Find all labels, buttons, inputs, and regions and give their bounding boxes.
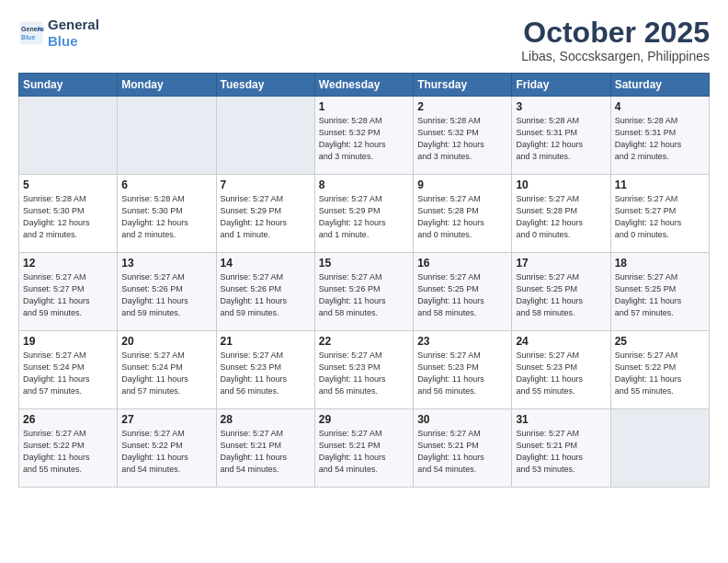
- calendar-cell: 8Sunrise: 5:27 AM Sunset: 5:29 PM Daylig…: [314, 175, 413, 253]
- page: General Blue General Blue October 2025 L…: [0, 0, 728, 563]
- cell-info: Sunrise: 5:27 AM Sunset: 5:25 PM Dayligh…: [615, 271, 705, 319]
- calendar-cell: 23Sunrise: 5:27 AM Sunset: 5:23 PM Dayli…: [414, 331, 512, 409]
- calendar-cell: 15Sunrise: 5:27 AM Sunset: 5:26 PM Dayli…: [314, 253, 413, 331]
- title-area: October 2025 Libas, Soccsksargen, Philip…: [521, 17, 710, 63]
- day-number: 23: [417, 335, 507, 348]
- day-number: 22: [319, 335, 409, 348]
- calendar-header: SundayMondayTuesdayWednesdayThursdayFrid…: [19, 74, 710, 97]
- calendar-cell: [19, 97, 118, 175]
- calendar-cell: 1Sunrise: 5:28 AM Sunset: 5:32 PM Daylig…: [314, 97, 413, 175]
- calendar-cell: 29Sunrise: 5:27 AM Sunset: 5:21 PM Dayli…: [314, 409, 413, 488]
- day-number: 17: [516, 257, 606, 270]
- cell-info: Sunrise: 5:27 AM Sunset: 5:22 PM Dayligh…: [615, 350, 705, 397]
- header-row: SundayMondayTuesdayWednesdayThursdayFrid…: [19, 74, 710, 97]
- calendar-cell: 30Sunrise: 5:27 AM Sunset: 5:21 PM Dayli…: [414, 409, 512, 488]
- svg-text:Blue: Blue: [21, 34, 35, 40]
- cell-info: Sunrise: 5:27 AM Sunset: 5:23 PM Dayligh…: [319, 350, 409, 397]
- cell-info: Sunrise: 5:27 AM Sunset: 5:29 PM Dayligh…: [319, 193, 409, 241]
- cell-info: Sunrise: 5:28 AM Sunset: 5:30 PM Dayligh…: [23, 193, 113, 241]
- calendar-cell: 22Sunrise: 5:27 AM Sunset: 5:23 PM Dayli…: [314, 331, 413, 409]
- header-cell-thursday: Thursday: [414, 74, 512, 97]
- cell-info: Sunrise: 5:27 AM Sunset: 5:21 PM Dayligh…: [516, 428, 606, 476]
- calendar-cell: 19Sunrise: 5:27 AM Sunset: 5:24 PM Dayli…: [19, 331, 118, 409]
- calendar-cell: 31Sunrise: 5:27 AM Sunset: 5:21 PM Dayli…: [512, 409, 610, 488]
- cell-info: Sunrise: 5:27 AM Sunset: 5:23 PM Dayligh…: [221, 350, 311, 397]
- svg-rect-0: [20, 22, 43, 45]
- calendar-cell: 18Sunrise: 5:27 AM Sunset: 5:25 PM Dayli…: [610, 253, 709, 331]
- day-number: 25: [615, 335, 705, 348]
- day-number: 20: [121, 335, 211, 348]
- calendar-cell: 13Sunrise: 5:27 AM Sunset: 5:26 PM Dayli…: [118, 253, 216, 331]
- day-number: 15: [319, 257, 409, 270]
- week-row-2: 12Sunrise: 5:27 AM Sunset: 5:27 PM Dayli…: [19, 253, 710, 331]
- day-number: 7: [221, 178, 311, 191]
- cell-info: Sunrise: 5:27 AM Sunset: 5:24 PM Dayligh…: [23, 350, 113, 397]
- day-number: 5: [23, 178, 113, 191]
- cell-info: Sunrise: 5:28 AM Sunset: 5:31 PM Dayligh…: [516, 115, 606, 163]
- header-cell-saturday: Saturday: [610, 74, 709, 97]
- cell-info: Sunrise: 5:27 AM Sunset: 5:26 PM Dayligh…: [319, 271, 409, 319]
- week-row-4: 26Sunrise: 5:27 AM Sunset: 5:22 PM Dayli…: [19, 409, 710, 488]
- week-row-0: 1Sunrise: 5:28 AM Sunset: 5:32 PM Daylig…: [19, 97, 710, 175]
- calendar-cell: 14Sunrise: 5:27 AM Sunset: 5:26 PM Dayli…: [216, 253, 314, 331]
- calendar-cell: 20Sunrise: 5:27 AM Sunset: 5:24 PM Dayli…: [118, 331, 216, 409]
- logo-text: General Blue: [48, 17, 99, 50]
- cell-info: Sunrise: 5:27 AM Sunset: 5:27 PM Dayligh…: [23, 271, 113, 319]
- day-number: 13: [121, 257, 211, 270]
- cell-info: Sunrise: 5:27 AM Sunset: 5:22 PM Dayligh…: [23, 428, 113, 476]
- day-number: 31: [516, 413, 606, 426]
- logo-icon: General Blue: [18, 20, 44, 46]
- day-number: 24: [516, 335, 606, 348]
- day-number: 4: [615, 100, 705, 113]
- header-cell-sunday: Sunday: [19, 74, 118, 97]
- day-number: 11: [615, 178, 705, 191]
- day-number: 29: [319, 413, 409, 426]
- day-number: 10: [516, 178, 606, 191]
- day-number: 19: [23, 335, 113, 348]
- cell-info: Sunrise: 5:27 AM Sunset: 5:23 PM Dayligh…: [417, 350, 507, 397]
- cell-info: Sunrise: 5:27 AM Sunset: 5:29 PM Dayligh…: [221, 193, 311, 241]
- calendar-cell: 3Sunrise: 5:28 AM Sunset: 5:31 PM Daylig…: [512, 97, 610, 175]
- day-number: 30: [417, 413, 507, 426]
- day-number: 27: [121, 413, 211, 426]
- calendar-cell: 25Sunrise: 5:27 AM Sunset: 5:22 PM Dayli…: [610, 331, 709, 409]
- week-row-1: 5Sunrise: 5:28 AM Sunset: 5:30 PM Daylig…: [19, 175, 710, 253]
- header-cell-monday: Monday: [118, 74, 216, 97]
- logo-line1: General: [48, 17, 99, 33]
- calendar-cell: 2Sunrise: 5:28 AM Sunset: 5:32 PM Daylig…: [414, 97, 512, 175]
- day-number: 1: [319, 100, 409, 113]
- day-number: 8: [319, 178, 409, 191]
- calendar-cell: 26Sunrise: 5:27 AM Sunset: 5:22 PM Dayli…: [19, 409, 118, 488]
- calendar-cell: 10Sunrise: 5:27 AM Sunset: 5:28 PM Dayli…: [512, 175, 610, 253]
- header-cell-friday: Friday: [512, 74, 610, 97]
- day-number: 21: [221, 335, 311, 348]
- calendar-cell: [118, 97, 216, 175]
- header: General Blue General Blue October 2025 L…: [18, 17, 710, 63]
- cell-info: Sunrise: 5:27 AM Sunset: 5:28 PM Dayligh…: [417, 193, 507, 241]
- cell-info: Sunrise: 5:27 AM Sunset: 5:24 PM Dayligh…: [121, 350, 211, 397]
- cell-info: Sunrise: 5:27 AM Sunset: 5:28 PM Dayligh…: [516, 193, 606, 241]
- cell-info: Sunrise: 5:27 AM Sunset: 5:26 PM Dayligh…: [121, 271, 211, 319]
- calendar-cell: 7Sunrise: 5:27 AM Sunset: 5:29 PM Daylig…: [216, 175, 314, 253]
- calendar-body: 1Sunrise: 5:28 AM Sunset: 5:32 PM Daylig…: [19, 97, 710, 488]
- calendar-cell: 11Sunrise: 5:27 AM Sunset: 5:27 PM Dayli…: [610, 175, 709, 253]
- location: Libas, Soccsksargen, Philippines: [521, 49, 710, 63]
- cell-info: Sunrise: 5:28 AM Sunset: 5:32 PM Dayligh…: [319, 115, 409, 163]
- day-number: 18: [615, 257, 705, 270]
- calendar-table: SundayMondayTuesdayWednesdayThursdayFrid…: [18, 73, 710, 488]
- calendar-cell: [216, 97, 314, 175]
- day-number: 2: [417, 100, 507, 113]
- cell-info: Sunrise: 5:28 AM Sunset: 5:31 PM Dayligh…: [615, 115, 705, 163]
- cell-info: Sunrise: 5:27 AM Sunset: 5:25 PM Dayligh…: [417, 271, 507, 319]
- cell-info: Sunrise: 5:27 AM Sunset: 5:21 PM Dayligh…: [417, 428, 507, 476]
- header-cell-tuesday: Tuesday: [216, 74, 314, 97]
- day-number: 3: [516, 100, 606, 113]
- week-row-3: 19Sunrise: 5:27 AM Sunset: 5:24 PM Dayli…: [19, 331, 710, 409]
- calendar-cell: 4Sunrise: 5:28 AM Sunset: 5:31 PM Daylig…: [610, 97, 709, 175]
- logo: General Blue General Blue: [18, 17, 99, 50]
- day-number: 16: [417, 257, 507, 270]
- month-title: October 2025: [521, 17, 710, 49]
- day-number: 14: [221, 257, 311, 270]
- day-number: 9: [417, 178, 507, 191]
- cell-info: Sunrise: 5:27 AM Sunset: 5:23 PM Dayligh…: [516, 350, 606, 397]
